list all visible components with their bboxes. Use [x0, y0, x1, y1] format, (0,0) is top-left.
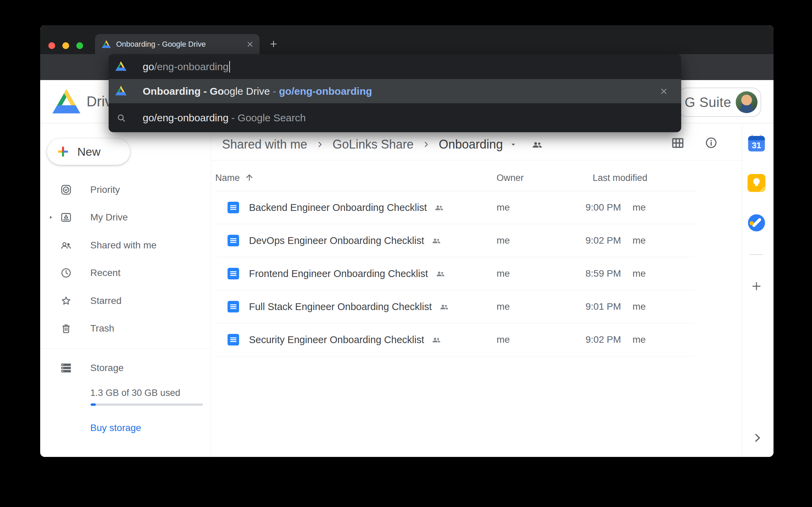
sidebar-item-priority[interactable]: Priority — [40, 178, 211, 202]
grid-view-button[interactable] — [671, 136, 685, 150]
shared-people-icon — [435, 268, 446, 279]
omnibox-input[interactable]: go/eng-onboarding — [109, 54, 681, 79]
shared-people-icon — [434, 202, 444, 213]
column-header-modified: Last modified — [593, 173, 647, 183]
file-modified-by: me — [633, 268, 646, 279]
file-modified-time: 8:59 PM — [585, 268, 621, 279]
google-calendar-icon[interactable]: 31 — [747, 134, 766, 153]
google-keep-icon[interactable] — [747, 173, 766, 193]
drive-logo-icon[interactable] — [52, 89, 80, 113]
file-row[interactable]: DevOps Engineer Onboarding Checklist me … — [216, 224, 695, 257]
google-docs-icon — [227, 234, 239, 247]
suggestion-engine: Google Search — [238, 112, 306, 123]
shared-people-icon — [431, 334, 442, 345]
file-row[interactable]: Security Engineer Onboarding Checklist m… — [216, 323, 695, 356]
window-minimize-button[interactable] — [62, 42, 69, 49]
file-owner: me — [497, 301, 510, 312]
collapse-panel-chevron[interactable] — [750, 431, 764, 445]
content-divider — [211, 160, 742, 160]
shared-people-icon — [431, 235, 442, 246]
breadcrumb-golinks-share[interactable]: GoLinks Share — [332, 137, 413, 152]
breadcrumb-chevron-icon — [422, 140, 431, 149]
remove-suggestion-icon[interactable] — [659, 87, 668, 96]
file-row[interactable]: Backend Engineer Onboarding Checklist me… — [216, 191, 695, 224]
my-drive-icon — [60, 211, 72, 224]
recent-clock-icon — [60, 267, 72, 279]
browser-tab[interactable]: Onboarding - Google Drive — [95, 34, 260, 54]
sidebar-item-shared-with-me[interactable]: Shared with me — [40, 233, 211, 258]
file-row[interactable]: Frontend Engineer Onboarding Checklist m… — [216, 257, 695, 290]
text-cursor — [229, 61, 230, 73]
sidebar-item-label: Starred — [90, 289, 122, 313]
svg-text:31: 31 — [752, 141, 761, 150]
tab-close-icon[interactable] — [246, 40, 254, 48]
folder-menu-caret-icon[interactable] — [509, 140, 518, 149]
drive-sidebar: New Priority My Drive — [40, 123, 211, 457]
file-modified-by: me — [633, 334, 646, 345]
sidebar-item-label: Recent — [90, 261, 121, 285]
suggestion-drive-result[interactable]: Onboarding - Google Drive - go/eng-onboa… — [109, 79, 681, 103]
file-owner: me — [497, 235, 510, 246]
google-docs-icon — [227, 267, 239, 280]
new-button-label: New — [77, 145, 100, 158]
file-name: Full Stack Engineer Onboarding Checklist — [249, 301, 432, 312]
file-modified-time: 9:01 PM — [585, 301, 621, 312]
suggestion-title-match: Onboarding - Go — [143, 86, 224, 97]
file-row[interactable]: Full Stack Engineer Onboarding Checklist… — [216, 290, 695, 323]
drive-app: Drive G Suite New — [40, 80, 774, 457]
gsuite-badge: G Suite — [678, 88, 761, 117]
search-icon — [116, 113, 126, 123]
new-button[interactable]: New — [47, 138, 130, 165]
file-modified-time: 9:00 PM — [585, 202, 621, 213]
google-tasks-icon[interactable] — [747, 213, 766, 232]
omnibox-typed-text: go — [143, 61, 154, 72]
window-zoom-button[interactable] — [76, 42, 83, 49]
sidebar-item-my-drive[interactable]: My Drive — [40, 205, 211, 230]
sidebar-item-label: My Drive — [90, 205, 128, 230]
sort-ascending-icon[interactable] — [245, 173, 254, 182]
breadcrumb-shared-with-me[interactable]: Shared with me — [222, 137, 307, 152]
file-modified-by: me — [633, 235, 646, 246]
file-name: Backend Engineer Onboarding Checklist — [249, 202, 427, 213]
file-name: Security Engineer Onboarding Checklist — [249, 334, 424, 345]
column-header-name[interactable]: Name — [215, 173, 240, 183]
drive-favicon-icon — [102, 40, 111, 48]
suggestion-google-search[interactable]: go/eng-onboarding - Google Search — [109, 103, 681, 132]
file-name: Frontend Engineer Onboarding Checklist — [249, 268, 428, 279]
desktop-background: Onboarding - Google Drive — [0, 0, 812, 507]
breadcrumb-onboarding[interactable]: Onboarding — [439, 137, 503, 152]
drive-favicon-icon — [115, 86, 126, 95]
breadcrumb-chevron-icon — [315, 140, 324, 149]
tab-strip: Onboarding - Google Drive — [40, 25, 774, 54]
suggestion-separator: - — [270, 86, 279, 97]
column-header-owner: Owner — [497, 173, 524, 183]
folder-shared-icon — [531, 138, 544, 151]
google-docs-icon — [227, 201, 239, 214]
sidebar-item-storage[interactable]: Storage — [40, 356, 211, 380]
trash-icon — [60, 322, 72, 335]
suggestion-separator: - — [229, 112, 238, 123]
expand-arrow-icon[interactable] — [48, 214, 54, 220]
sidebar-item-trash[interactable]: Trash — [40, 316, 211, 341]
add-app-button[interactable] — [750, 279, 763, 293]
file-name: DevOps Engineer Onboarding Checklist — [249, 235, 424, 246]
sidebar-item-label: Priority — [90, 178, 120, 202]
apps-side-panel: 31 — [742, 123, 774, 457]
info-button[interactable] — [704, 136, 718, 150]
new-tab-button[interactable] — [268, 39, 279, 49]
file-modified-by: me — [633, 301, 646, 312]
sidebar-item-starred[interactable]: Starred — [40, 289, 211, 313]
storage-progress-bar — [91, 403, 203, 406]
drive-favicon-icon — [115, 61, 126, 71]
gsuite-label: G Suite — [685, 88, 731, 116]
suggestion-query: go/eng-onboarding — [143, 112, 229, 123]
shared-with-me-icon — [60, 239, 72, 251]
buy-storage-link[interactable]: Buy storage — [90, 422, 141, 433]
file-owner: me — [497, 202, 510, 213]
sidebar-item-recent[interactable]: Recent — [40, 261, 211, 285]
suggestion-url: go/eng-onboarding — [279, 86, 372, 97]
browser-window: Onboarding - Google Drive — [40, 25, 774, 457]
account-avatar[interactable] — [736, 91, 758, 113]
priority-icon — [60, 184, 72, 196]
window-close-button[interactable] — [48, 42, 55, 49]
